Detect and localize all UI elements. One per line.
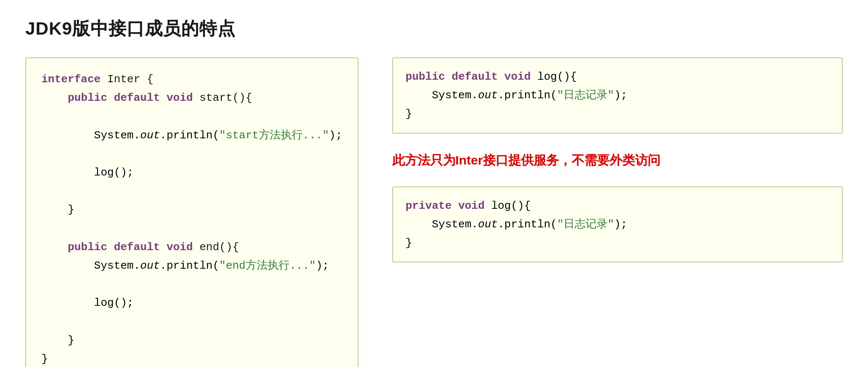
kw-default1: default <box>114 92 160 104</box>
str-end: "end方法执行..." <box>219 259 316 272</box>
str-log1: "日志记录" <box>557 89 614 102</box>
kw-void-r2: void <box>458 200 484 212</box>
str-start: "start方法执行..." <box>219 129 329 142</box>
kw-default-r1: default <box>452 70 498 83</box>
right-panel: public default void log(){ System.out.pr… <box>392 57 843 262</box>
notice-text: 此方法只为Inter接口提供服务，不需要外类访问 <box>392 146 843 174</box>
italic-out2: out <box>140 259 160 272</box>
kw-public2: public <box>68 241 107 254</box>
content-area: interface Inter { public default void st… <box>25 57 843 367</box>
kw-void1: void <box>166 92 193 104</box>
left-code-box: interface Inter { public default void st… <box>25 57 358 367</box>
plain-inter: Inter { <box>100 73 153 86</box>
italic-out-r1: out <box>478 89 498 102</box>
left-panel: interface Inter { public default void st… <box>25 57 358 367</box>
kw-void-r1: void <box>505 70 531 83</box>
italic-out-r2: out <box>478 218 498 231</box>
right-code-top: public default void log(){ System.out.pr… <box>392 57 843 134</box>
kw-void2: void <box>166 241 193 254</box>
page-title: JDK9版中接口成员的特点 <box>25 17 843 40</box>
italic-out1: out <box>140 129 160 142</box>
kw-default2: default <box>114 241 160 254</box>
str-log2: "日志记录" <box>557 218 614 231</box>
right-code-bottom: private void log(){ System.out.println("… <box>392 186 843 263</box>
kw-public-r1: public <box>406 70 445 83</box>
kw-public1: public <box>68 92 107 104</box>
kw-interface: interface <box>41 73 100 86</box>
kw-private-r1: private <box>406 200 452 212</box>
